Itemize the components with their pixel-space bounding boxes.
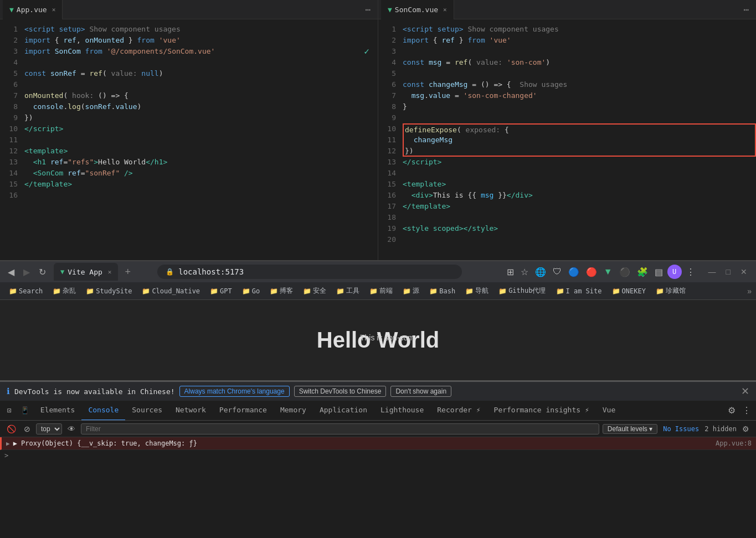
extension-btn3[interactable]: 🔵 [566, 265, 582, 280]
console-prompt-line: > [0, 450, 756, 461]
bookmark-qianduan[interactable]: 📁 前端 [365, 284, 397, 297]
tab-vue[interactable]: Vue [596, 401, 622, 421]
vite-vue-icon: ▼ [60, 268, 64, 276]
browser-tab-close[interactable]: ✕ [108, 268, 112, 276]
app-vue-close[interactable]: ✕ [52, 6, 56, 13]
browser-reload-button[interactable]: ↻ [35, 265, 49, 280]
minimize-btn[interactable]: — [704, 266, 721, 277]
browser-actions: ⊞ ☆ 🌐 🛡 🔵 🔴 ▼ ⚫ 🧩 ▤ U ⋮ [505, 265, 697, 280]
tab-more-right[interactable]: ⋯ [739, 4, 753, 15]
bookmark-github[interactable]: 📁 Github代理 [494, 284, 550, 297]
dt-settings-btn[interactable]: ⚙ [726, 403, 738, 418]
right-line-numbers: 1234567891011121314151617181920 [378, 19, 399, 260]
file-reference[interactable]: App.vue:8 [716, 439, 752, 447]
soncom-tab-label: SonCom.vue [395, 6, 438, 14]
checkmark: ✓ [364, 46, 369, 56]
vue-devtools-btn[interactable]: ▼ [601, 265, 615, 279]
extensions-btn[interactable]: 🧩 [635, 265, 650, 280]
bookmark-gongju[interactable]: 📁 工具 [332, 284, 364, 297]
bookmark-zhencang[interactable]: 📁 珍藏馆 [651, 284, 690, 297]
bookmark-cloudnative[interactable]: 📁 Cloud_Native [137, 286, 204, 297]
bookmark-boke[interactable]: 📁 搏客 [265, 284, 297, 297]
tab-recorder[interactable]: Recorder ⚡ [430, 401, 487, 421]
eye-btn[interactable]: 👁 [65, 423, 78, 434]
left-line-numbers: 12345678910111213141516 [0, 19, 21, 260]
bookmark-search[interactable]: 📁 Search [4, 286, 47, 297]
browser-back-button[interactable]: ◀ [4, 265, 18, 280]
folder-icon-github: 📁 [498, 287, 507, 295]
bookmarks-bar: 📁 Search 📁 杂乱 📁 StudySite 📁 Cloud_Native… [0, 282, 756, 300]
extension-btn2[interactable]: 🛡 [551, 265, 564, 279]
always-match-btn[interactable]: Always match Chrome's language [179, 386, 290, 397]
screenshot-btn[interactable]: ⊞ [505, 265, 516, 280]
profile-btn[interactable]: ⚫ [617, 265, 632, 280]
soncom-close[interactable]: ✕ [443, 6, 447, 13]
switch-devtools-btn[interactable]: Switch DevTools to Chinese [294, 386, 387, 397]
avatar-btn[interactable]: U [667, 265, 682, 279]
clear-console-btn[interactable]: 🚫 [4, 423, 18, 434]
bookmark-zaoluan[interactable]: 📁 杂乱 [48, 284, 80, 297]
close-banner-btn[interactable]: ✕ [741, 385, 749, 397]
default-levels-btn[interactable]: Default levels ▾ [603, 424, 657, 434]
tab-lighthouse[interactable]: Lighthouse [374, 401, 430, 421]
browser-title-bar: ◀ ▶ ↻ ▼ Vite App ✕ + 🔒 localhost:5173 ⊞ … [0, 261, 756, 282]
bookmark-bash[interactable]: 📁 Bash [425, 286, 460, 297]
bookmark-gpt[interactable]: 📁 GPT [205, 286, 236, 297]
new-tab-button[interactable]: + [120, 266, 135, 278]
lock-icon: 🔒 [166, 268, 174, 276]
folder-icon-zhencang: 📁 [656, 287, 664, 295]
tab-sources[interactable]: Sources [125, 401, 169, 421]
filter-input[interactable] [81, 423, 599, 434]
address-bar[interactable]: 🔒 localhost:5173 [157, 265, 462, 279]
folder-icon-boke: 📁 [270, 287, 278, 295]
bookmark-yuan[interactable]: 📁 源 [398, 284, 424, 297]
tab-console[interactable]: Console [81, 401, 125, 421]
soncom-vue-tab[interactable]: ▼ SonCom.vue ✕ [381, 0, 454, 19]
settings-icon-btn[interactable]: ⚙ [740, 423, 752, 434]
browser-forward-button[interactable]: ▶ [20, 265, 33, 280]
tab-network[interactable]: Network [169, 401, 213, 421]
dt-btn-device[interactable]: 📱 [16, 401, 34, 421]
bookmark-daohang[interactable]: 📁 导航 [461, 284, 493, 297]
bookmark-onekey[interactable]: 📁 ONEKEY [608, 286, 650, 297]
bookmark-iamsite[interactable]: 📁 I am Site [552, 286, 606, 297]
right-code-area[interactable]: <script setup> Show component usages imp… [399, 19, 756, 260]
bookmark-go[interactable]: 📁 Go [238, 286, 264, 297]
tab-memory[interactable]: Memory [274, 401, 313, 421]
tab-more-left[interactable]: ⋯ [361, 4, 375, 15]
folder-icon-yuan: 📁 [403, 287, 411, 295]
bookmark-btn[interactable]: ☆ [518, 265, 531, 280]
app-vue-tab[interactable]: ▼ App.vue ✕ [3, 0, 63, 19]
no-issues-label: No Issues [661, 425, 701, 433]
left-tab-bar: ▼ App.vue ✕ ⋯ [0, 0, 378, 19]
bookmark-studysite[interactable]: 📁 StudySite [81, 286, 136, 297]
context-selector[interactable]: top [36, 423, 62, 434]
folder-icon-cloudnative: 📁 [142, 287, 150, 295]
filter-toggle-btn[interactable]: ⊘ [22, 423, 33, 434]
extension-btn1[interactable]: 🌐 [533, 265, 548, 280]
expand-arrow[interactable]: ▶ [6, 440, 10, 447]
maximize-btn[interactable]: □ [722, 266, 735, 277]
bookmark-anquan[interactable]: 📁 安全 [299, 284, 331, 297]
tab-application[interactable]: Application [313, 401, 374, 421]
console-proxy-text: ▶ Proxy(Object) {__v_skip: true, changeM… [13, 439, 197, 447]
more-bookmarks-btn[interactable]: » [747, 287, 752, 296]
sidebar-btn[interactable]: ▤ [652, 265, 665, 280]
tab-elements[interactable]: Elements [34, 401, 82, 421]
dt-btn-elements-picker[interactable]: ⊡ [3, 401, 16, 421]
devtools-banner: ℹ DevTools is now available in Chinese! … [0, 381, 756, 401]
editor-area: ▼ App.vue ✕ ⋯ 12345678910111213141516 <s… [0, 0, 756, 260]
browser-tab[interactable]: ▼ Vite App ✕ [54, 263, 118, 281]
tab-performance[interactable]: Performance [213, 401, 274, 421]
dont-show-again-btn[interactable]: Don't show again [390, 386, 451, 397]
vue-icon-left: ▼ [9, 6, 14, 14]
extension-btn4[interactable]: 🔴 [584, 265, 599, 280]
banner-message: DevTools is now available in Chinese! [14, 387, 175, 396]
tab-perf-insights[interactable]: Performance insights ⚡ [487, 401, 596, 421]
close-window-btn[interactable]: ✕ [736, 266, 752, 277]
menu-btn[interactable]: ⋮ [684, 265, 697, 280]
left-code-area[interactable]: <script setup> Show component usages imp… [21, 19, 378, 260]
dt-more-btn[interactable]: ⋮ [740, 403, 753, 418]
devtools-panel: ℹ DevTools is now available in Chinese! … [0, 380, 756, 470]
folder-icon-go: 📁 [242, 287, 250, 295]
